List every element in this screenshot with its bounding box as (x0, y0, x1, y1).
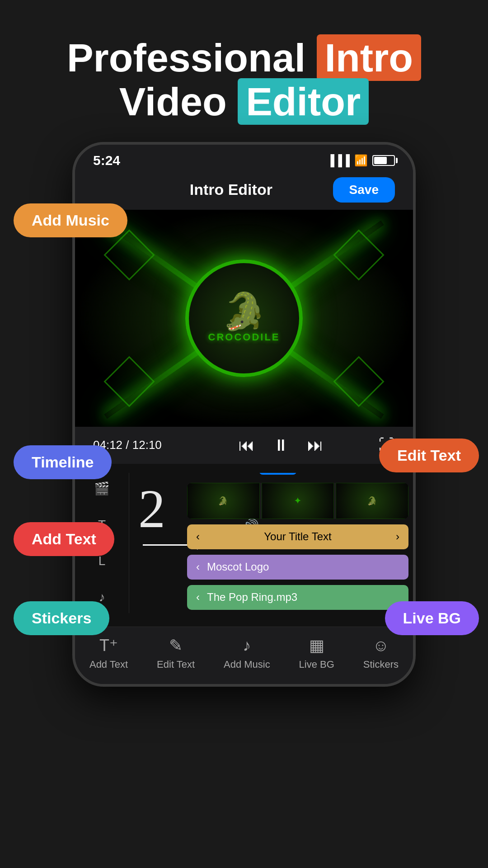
croc-text: CROCODILE (208, 331, 280, 343)
music-track-label: The Pop Ring.mp3 (207, 591, 297, 604)
edit-text-icon: ✎ (169, 636, 183, 655)
tab-add-music[interactable]: ♪ Add Music (224, 636, 270, 670)
croc-emoji: 🐊 (221, 293, 267, 330)
diamond3 (103, 356, 155, 407)
skip-forward-button[interactable]: ⏭ (307, 436, 324, 455)
timeline-right-panel: 2 🔊 04:12 🐊 (129, 473, 413, 613)
app-navbar: Intro Editor Save (75, 173, 413, 210)
video-thumb-2: ✦ (262, 483, 334, 519)
music-track[interactable]: ‹ The Pop Ring.mp3 (187, 585, 408, 610)
bottom-tabbar: T⁺ Add Text ✎ Edit Text ♪ Add Music ▦ Li… (75, 627, 413, 684)
header-highlight-intro: Intro (317, 34, 422, 81)
floating-timeline[interactable]: Timeline (14, 445, 112, 479)
diamond2 (333, 229, 384, 280)
tab-live-bg[interactable]: ▦ Live BG (299, 636, 334, 670)
logo-circle: 🐊 CROCODILE (185, 259, 303, 377)
save-button[interactable]: Save (333, 177, 395, 203)
video-track-icon: 🎬 (91, 477, 113, 500)
timeline-area: 🎬 T L ♪ 2 🔊 (75, 464, 413, 627)
header: Professional Intro Video Editor (0, 0, 488, 142)
wifi-icon: 📶 (354, 154, 368, 167)
stickers-label: Stickers (363, 659, 399, 670)
add-music-label: Add Music (224, 659, 270, 670)
video-track[interactable]: 🐊 ✦ 🐊 (187, 483, 408, 519)
logo-track-left-arrow: ‹ (196, 561, 200, 573)
tracks-container: 04:12 🐊 ✦ 🐊 (187, 473, 413, 613)
floating-live-bg[interactable]: Live BG (385, 601, 479, 635)
video-thumb-label-2: ✦ (294, 496, 302, 506)
status-bar: 5:24 ▐▐▐ 📶 (75, 145, 413, 173)
header-line1: Professional Intro (0, 36, 488, 80)
music-track-left-arrow: ‹ (196, 591, 200, 604)
add-text-label: Add Text (89, 659, 128, 670)
diamond4 (333, 356, 384, 407)
live-bg-label: Live BG (299, 659, 334, 670)
floating-add-text[interactable]: Add Text (14, 522, 114, 556)
add-music-icon: ♪ (243, 636, 251, 655)
playback-controls: ⏮ ⏸ ⏭ (192, 436, 370, 455)
logo-track-label: Moscot Logo (207, 561, 269, 573)
floating-edit-text-label: Edit Text (397, 447, 461, 464)
tab-edit-text[interactable]: ✎ Edit Text (157, 636, 195, 670)
skip-back-button[interactable]: ⏮ (239, 436, 255, 455)
text-track-label: Your Title Text (264, 530, 331, 543)
battery-icon (372, 155, 395, 166)
status-time: 5:24 (93, 153, 120, 168)
logo-track[interactable]: ‹ Moscot Logo (187, 555, 408, 580)
floating-live-bg-label: Live BG (403, 609, 461, 627)
video-thumb-label-1: 🐊 (218, 496, 229, 506)
floating-add-music[interactable]: Add Music (14, 203, 127, 237)
video-background: 🐊 CROCODILE (75, 210, 413, 427)
video-thumb-3: 🐊 (336, 483, 408, 519)
playhead-label: 04:12 (259, 473, 296, 475)
video-preview: 🐊 CROCODILE (75, 210, 413, 427)
video-thumb-label-3: 🐊 (367, 496, 378, 506)
text-track-left-arrow: ‹ (196, 530, 200, 543)
floating-stickers-label: Stickers (32, 609, 91, 627)
header-prefix1: Professional (67, 35, 317, 80)
floating-add-music-label: Add Music (32, 212, 109, 229)
text-track[interactable]: ‹ Your Title Text › (187, 524, 408, 549)
header-line2: Video Editor (0, 80, 488, 124)
floating-timeline-label: Timeline (32, 453, 94, 471)
stickers-icon: ☺ (373, 636, 389, 655)
floating-stickers[interactable]: Stickers (14, 601, 109, 635)
nav-title: Intro Editor (190, 181, 272, 198)
edit-text-label: Edit Text (157, 659, 195, 670)
header-highlight-editor: Editor (238, 78, 369, 125)
header-prefix2: Video (119, 79, 238, 124)
add-text-icon: T⁺ (99, 636, 118, 655)
playback-bar: 04:12 / 12:10 ⏮ ⏸ ⏭ ⛶ (75, 427, 413, 464)
status-icons: ▐▐▐ 📶 (327, 154, 395, 167)
pause-button[interactable]: ⏸ (273, 436, 289, 455)
floating-edit-text[interactable]: Edit Text (379, 439, 479, 472)
video-thumb-1: 🐊 (187, 483, 260, 519)
live-bg-icon: ▦ (309, 636, 324, 655)
tab-stickers[interactable]: ☺ Stickers (363, 636, 399, 670)
tab-add-text[interactable]: T⁺ Add Text (89, 636, 128, 670)
signal-icon: ▐▐▐ (327, 154, 350, 167)
floating-add-text-label: Add Text (32, 530, 96, 547)
text-track-right-arrow: › (396, 530, 399, 543)
